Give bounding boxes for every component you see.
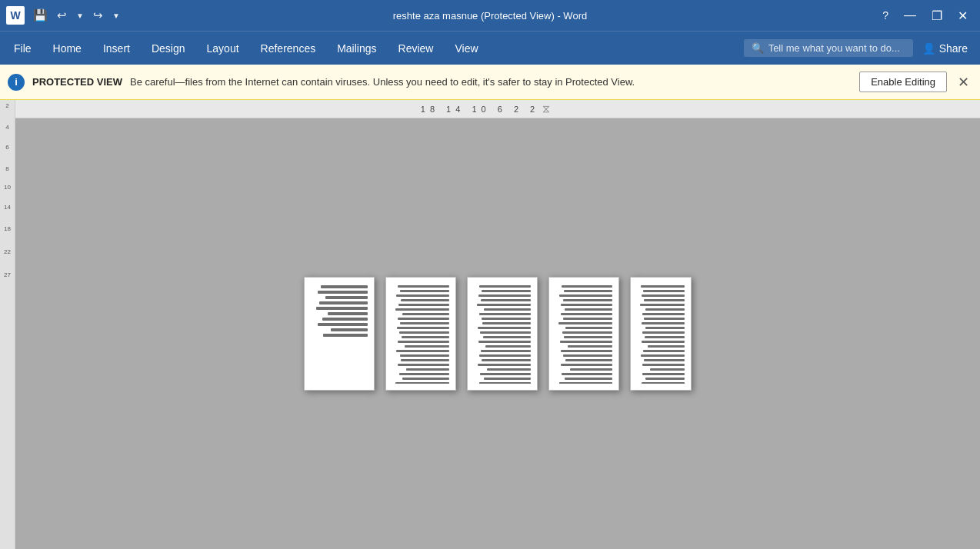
customize-qat-button[interactable]: ▼ [108,9,124,22]
redo-button[interactable]: ↪ [89,6,107,25]
ruler-mark: 4 [0,125,15,131]
page-3-content [474,285,531,384]
ruler-mark: 10 [0,185,15,191]
menu-insert[interactable]: Insert [92,36,141,61]
minimize-button[interactable]: — [898,5,922,25]
main-content-area: 18 14 10 6 2 2 ⧖ [15,100,980,549]
search-icon: 🔍 [752,42,764,54]
protected-view-icon: i [8,74,25,91]
undo-dropdown[interactable]: ▼ [72,9,88,22]
save-button[interactable]: 💾 [29,6,52,25]
ruler-mark: 22 [0,249,15,255]
menu-review[interactable]: Review [388,36,445,61]
share-label: Share [939,42,968,55]
page-1-content [311,285,368,384]
pages-area[interactable] [15,118,980,549]
search-bar[interactable]: 🔍 Tell me what you want to do... [744,39,913,57]
left-ruler: 2 4 6 8 10 14 18 22 27 [0,100,15,549]
ruler-mark: 18 [0,226,15,232]
menu-references[interactable]: References [250,36,327,61]
page-4-content [555,285,612,384]
quick-access-toolbar: 💾 ↩ ▼ ↪ ▼ [29,6,124,25]
document-page-3 [467,277,538,391]
menu-layout[interactable]: Layout [196,36,250,61]
ruler-indicator: ⧖ [542,102,552,115]
ruler-mark: 2 [0,103,15,109]
menu-home[interactable]: Home [42,36,92,61]
top-ruler: 18 14 10 6 2 2 ⧖ [15,100,980,118]
document-area: 2 4 6 8 10 14 18 22 27 18 14 10 6 2 2 ⧖ [0,100,980,549]
title-bar: W 💾 ↩ ▼ ↪ ▼ reshte aza masnue (Protected… [0,0,980,31]
share-icon: 👤 [922,42,935,55]
page-row [288,254,707,414]
ruler-mark: 14 [0,205,15,211]
document-page-4 [548,277,619,391]
undo-button[interactable]: ↩ [53,6,71,25]
protected-view-badge: PROTECTED VIEW [32,76,122,88]
page-2-content [392,285,449,384]
title-bar-left: W 💾 ↩ ▼ ↪ ▼ [6,6,124,25]
restore-button[interactable]: ❐ [925,5,948,26]
menu-view[interactable]: View [444,36,488,61]
protected-view-bar: i PROTECTED VIEW Be careful—files from t… [0,65,980,100]
window-controls: ? — ❐ ✕ [876,5,974,26]
protected-view-message: Be careful—files from the Internet can c… [130,76,852,88]
close-protected-view-button[interactable]: ✕ [955,74,972,91]
enable-editing-button[interactable]: Enable Editing [859,72,947,92]
search-placeholder: Tell me what you want to do... [768,42,900,54]
document-title: reshte aza masnue (Protected View) - Wor… [393,10,587,22]
document-page-2 [385,277,456,391]
app-icon: W [6,6,25,25]
share-button[interactable]: 👤 Share [913,38,977,59]
ruler-mark: 8 [0,166,15,172]
menu-mailings[interactable]: Mailings [326,36,387,61]
document-page-1 [304,277,375,391]
menu-file[interactable]: File [3,36,42,61]
ruler-numbers: 18 14 10 6 2 2 [421,105,539,114]
ruler-mark: 6 [0,145,15,151]
ruler-mark: 27 [0,272,15,278]
document-page-5 [630,277,692,391]
help-icon[interactable]: ? [876,6,895,25]
menu-bar: File Home Insert Design Layout Reference… [0,31,980,65]
menu-design[interactable]: Design [141,36,196,61]
page-5-content [637,285,685,384]
close-button[interactable]: ✕ [952,5,974,26]
